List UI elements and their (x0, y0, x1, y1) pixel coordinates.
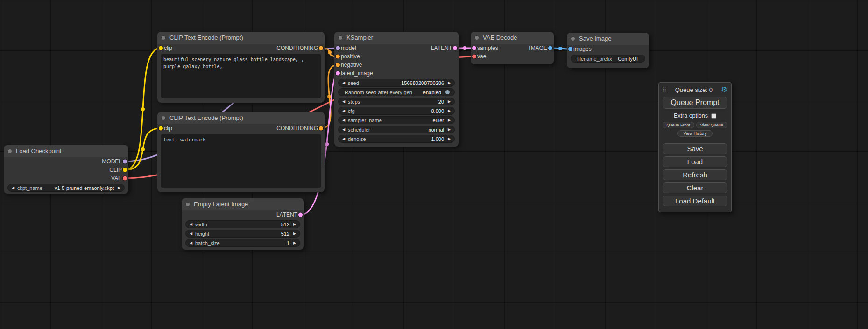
node-load-checkpoint[interactable]: Load Checkpoint MODEL CLIP VAE ◀ ckpt_na… (4, 145, 128, 194)
input-slot-latent-image: latent_image (334, 69, 459, 77)
arrow-left-icon[interactable]: ◀ (341, 127, 346, 132)
load-button[interactable]: Load (663, 156, 727, 167)
collapse-dot-icon[interactable] (571, 36, 575, 41)
output-dot-conditioning[interactable] (319, 46, 323, 50)
widget-sampler-name[interactable]: ◀ sampler_name euler ▶ (338, 116, 455, 124)
output-dot-image[interactable] (548, 46, 552, 50)
view-history-button[interactable]: View History (677, 130, 713, 137)
arrow-left-icon[interactable]: ◀ (10, 186, 16, 190)
arrow-right-icon[interactable]: ▶ (446, 127, 452, 132)
input-dot-vae[interactable] (472, 55, 476, 59)
view-queue-button[interactable]: View Queue (696, 122, 728, 128)
widget-seed[interactable]: ◀ seed 156680208700286 ▶ (338, 79, 455, 87)
drag-handle-icon[interactable]: ⣿ (663, 87, 666, 93)
input-dot-model[interactable] (336, 46, 340, 50)
refresh-button[interactable]: Refresh (663, 169, 727, 180)
widget-label: seed (348, 80, 359, 86)
arrow-left-icon[interactable]: ◀ (188, 241, 194, 245)
output-dot-conditioning[interactable] (319, 126, 323, 131)
output-dot-latent[interactable] (453, 46, 457, 50)
node-ksampler[interactable]: KSampler model LATENT positive negative … (334, 32, 459, 147)
queue-panel: ⣿ Queue size: 0 ⚙ Queue Prompt Extra opt… (658, 82, 732, 212)
prompt-textarea[interactable]: text, watermark (161, 134, 321, 188)
widget-value: 156680208700286 (361, 80, 444, 86)
output-dot-latent[interactable] (298, 213, 303, 217)
graph-canvas[interactable]: Load Checkpoint MODEL CLIP VAE ◀ ckpt_na… (0, 0, 868, 329)
arrow-right-icon[interactable]: ▶ (446, 118, 452, 122)
widget-scheduler[interactable]: ◀ scheduler normal ▶ (338, 126, 455, 133)
input-dot-images[interactable] (568, 47, 572, 51)
arrow-left-icon[interactable]: ◀ (341, 137, 346, 141)
clear-button[interactable]: Clear (663, 182, 727, 193)
widget-cfg[interactable]: ◀ cfg 8.000 ▶ (338, 107, 455, 115)
toggle-dot-icon[interactable] (445, 90, 450, 94)
widget-denoise[interactable]: ◀ denoise 1.000 ▶ (338, 135, 455, 143)
input-dot-clip[interactable] (159, 126, 163, 131)
wire-midpoint-dot (327, 95, 331, 98)
widget-label: width (195, 222, 207, 227)
collapse-dot-icon[interactable] (185, 202, 190, 207)
widget-height[interactable]: ◀ height 512 ▶ (185, 230, 300, 238)
arrow-right-icon[interactable]: ▶ (292, 241, 297, 245)
widget-steps[interactable]: ◀ steps 20 ▶ (338, 98, 455, 105)
node-clip-text-encode-positive[interactable]: CLIP Text Encode (Prompt) clip CONDITION… (157, 32, 325, 103)
arrow-right-icon[interactable]: ▶ (446, 99, 452, 104)
widget-filename-prefix[interactable]: filename_prefix ComfyUI (571, 55, 645, 63)
node-title-bar[interactable]: Empty Latent Image (182, 198, 304, 210)
output-dot-model[interactable] (123, 160, 127, 164)
arrow-right-icon[interactable]: ▶ (446, 109, 452, 113)
collapse-dot-icon[interactable] (7, 149, 12, 154)
slot-label-samples: samples (477, 45, 498, 51)
widget-width[interactable]: ◀ width 512 ▶ (185, 220, 300, 228)
input-dot-negative[interactable] (336, 63, 340, 67)
input-dot-latent-image[interactable] (336, 71, 340, 76)
collapse-dot-icon[interactable] (338, 35, 343, 40)
prompt-textarea[interactable]: beautiful scenery nature glass bottle la… (161, 54, 321, 98)
extra-options-checkbox[interactable] (711, 113, 716, 119)
widget-label: filename_prefix (577, 56, 612, 62)
node-clip-text-encode-negative[interactable]: CLIP Text Encode (Prompt) clip CONDITION… (157, 112, 325, 192)
node-title-bar[interactable]: CLIP Text Encode (Prompt) (157, 112, 325, 124)
input-dot-clip[interactable] (159, 46, 163, 50)
input-dot-samples[interactable] (472, 46, 476, 50)
arrow-left-icon[interactable]: ◀ (341, 99, 346, 104)
arrow-right-icon[interactable]: ▶ (292, 222, 297, 226)
output-dot-clip[interactable] (123, 168, 127, 172)
arrow-left-icon[interactable]: ◀ (341, 118, 346, 122)
queue-front-button[interactable]: Queue Front (663, 122, 694, 128)
widget-value: 512 (212, 231, 289, 237)
widget-random-seed-toggle[interactable]: Random seed after every gen enabled (338, 88, 455, 96)
input-dot-positive[interactable] (336, 55, 340, 59)
save-button[interactable]: Save (663, 143, 727, 154)
wire-midpoint-dot (558, 47, 562, 50)
node-vae-decode[interactable]: VAE Decode samples IMAGE vae (471, 32, 554, 64)
arrow-right-icon[interactable]: ▶ (446, 137, 452, 141)
widget-ckpt-name[interactable]: ◀ ckpt_name v1-5-pruned-emaonly.ckpt ▶ (7, 184, 125, 192)
queue-prompt-button[interactable]: Queue Prompt (663, 97, 727, 109)
queue-small-buttons-row: Queue Front View Queue (663, 122, 727, 128)
arrow-right-icon[interactable]: ▶ (292, 231, 297, 236)
settings-gear-icon[interactable]: ⚙ (721, 85, 727, 94)
collapse-dot-icon[interactable] (161, 116, 166, 120)
node-title-bar[interactable]: CLIP Text Encode (Prompt) (157, 32, 325, 44)
node-title-bar[interactable]: Save Image (567, 33, 649, 45)
load-default-button[interactable]: Load Default (663, 196, 727, 206)
arrow-left-icon[interactable]: ◀ (341, 81, 346, 85)
arrow-right-icon[interactable]: ▶ (116, 186, 122, 190)
node-save-image[interactable]: Save Image images filename_prefix ComfyU… (567, 33, 649, 68)
node-title-bar[interactable]: Load Checkpoint (4, 145, 128, 157)
arrow-left-icon[interactable]: ◀ (188, 231, 194, 236)
widget-batch-size[interactable]: ◀ batch_size 1 ▶ (185, 239, 300, 247)
arrow-right-icon[interactable]: ▶ (446, 81, 452, 85)
node-empty-latent-image[interactable]: Empty Latent Image LATENT ◀ width 512 ▶ … (182, 198, 304, 250)
arrow-left-icon[interactable]: ◀ (188, 222, 194, 226)
arrow-left-icon[interactable]: ◀ (341, 109, 346, 113)
output-slot-latent: LATENT (182, 210, 304, 219)
output-dot-vae[interactable] (123, 176, 127, 181)
widget-label: batch_size (195, 240, 220, 246)
collapse-dot-icon[interactable] (161, 35, 166, 40)
widget-value: 512 (210, 222, 289, 227)
node-title-bar[interactable]: VAE Decode (471, 32, 554, 44)
collapse-dot-icon[interactable] (474, 35, 479, 40)
node-title-bar[interactable]: KSampler (334, 32, 459, 44)
